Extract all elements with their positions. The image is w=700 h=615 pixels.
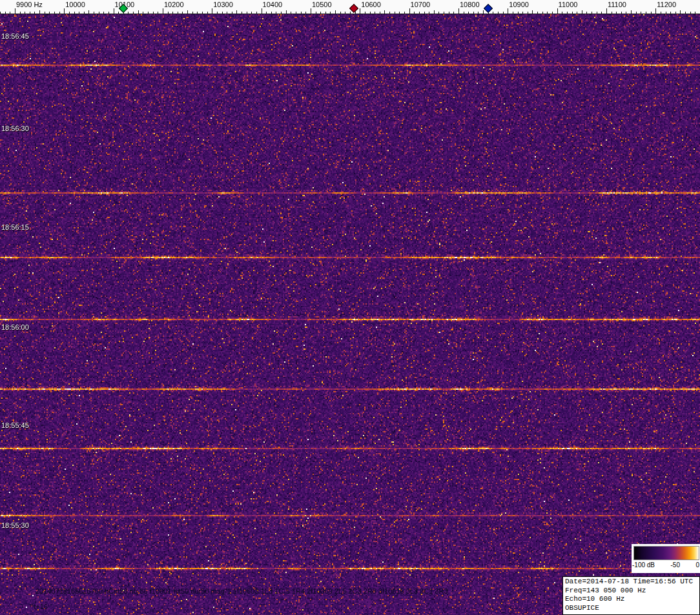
spectrogram-canvas [0,14,700,615]
legend-mid-label: -50 [671,561,680,569]
info-station-name: OBSUPICE [565,604,697,613]
frequency-tick-label: 10500 [312,1,332,8]
frequency-ruler: 9900 Hz100001010010200103001040010500106… [0,0,700,14]
time-tick-label: 18:56:45 [1,32,29,41]
info-frequency: Freq=143 050 000 Hz [565,587,697,596]
frequency-tick-label: 11100 [608,1,626,8]
frequency-tick-label: 10600 [361,1,381,8]
frequency-tick-label: 10800 [460,1,480,8]
frequency-tick-label: 10900 [509,1,529,8]
time-tick-label: 18:55:30 [1,521,29,530]
info-echo-frequency: Echo=10 600 Hz [565,595,697,604]
frequency-tick-label: 11200 [657,1,676,8]
cursor-status-text: ^t+16 [30,603,48,610]
frequency-tick-label: 10300 [213,1,233,8]
db-scale-labels: -100 dB -50 0 [632,561,699,569]
observation-info-box: Date=2014-07-18 Time=16:56 UTC Freq=143 … [562,576,700,615]
time-tick-label: 18:55:45 [1,421,29,430]
color-gradient-bar [633,546,699,560]
frequency-tick-label: 10200 [164,1,184,8]
info-date-time: Date=2014-07-18 Time=16:56 UTC [565,578,697,587]
frequency-tick-label: 11000 [559,1,578,8]
frequency-tick-label: 10700 [411,1,431,8]
event-status-text: 20140718165516760 hCnt28 nb-86 f10601 hi… [36,587,448,595]
frequency-tick-label: 10400 [263,1,283,8]
frequency-tick-label: 10000 [65,1,85,8]
time-tick-label: 18:56:15 [1,223,29,232]
db-color-scale: -100 dB -50 0 [632,544,700,573]
legend-max-label: 0 [695,561,699,569]
frequency-tick-label: 9900 Hz [16,1,43,8]
time-tick-label: 18:56:00 [1,323,29,332]
legend-min-label: -100 dB [632,561,655,569]
time-tick-label: 18:56:30 [1,125,29,133]
spectrogram-window: 9900 Hz100001010010200103001040010500106… [0,0,700,615]
